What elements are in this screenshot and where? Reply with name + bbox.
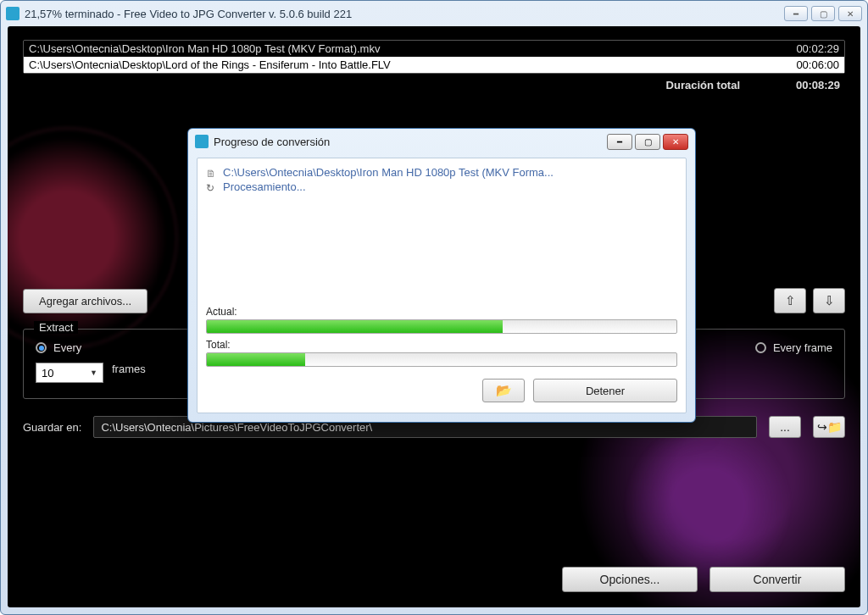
file-path: C:\Users\Ontecnia\Desktop\Iron Man HD 10… [29, 42, 780, 55]
every-value-combo[interactable]: 10 ▼ [36, 363, 103, 383]
file-icon [206, 167, 218, 179]
chevron-down-icon: ▼ [90, 368, 97, 377]
radio-every-frame-label: Every frame [773, 341, 832, 354]
move-down-button[interactable]: ⇩ [813, 288, 845, 313]
dialog-title: Progreso de conversión [214, 136, 607, 148]
app-icon [6, 7, 19, 20]
radio-every[interactable] [36, 342, 47, 353]
add-files-button[interactable]: Agregar archivos... [23, 289, 147, 313]
stop-button[interactable]: Detener [533, 379, 677, 402]
convert-button[interactable]: Convertir [709, 567, 845, 592]
log-file-path: C:\Users\Ontecnia\Desktop\Iron Man HD 10… [223, 166, 554, 179]
log-status: Procesamiento... [223, 180, 306, 193]
radio-every-label: Every [53, 341, 81, 354]
total-label: Total: [206, 339, 677, 351]
radio-every-frame[interactable] [755, 342, 766, 353]
total-label: Duración total [28, 79, 781, 91]
actual-label: Actual: [206, 306, 677, 318]
progress-dialog: Progreso de conversión ━ ▢ ✕ C:\Users\On… [187, 128, 696, 423]
file-duration: 00:06:00 [780, 58, 839, 71]
file-path: C:\Users\Ontecnia\Desktop\Lord of the Ri… [29, 58, 780, 71]
browse-button[interactable]: ... [769, 416, 801, 438]
close-button[interactable]: ✕ [838, 6, 862, 21]
window-title: 21,57% terminado - Free Video to JPG Con… [25, 8, 784, 20]
total-duration-row: Duración total 00:08:29 [23, 77, 845, 93]
file-list[interactable]: C:\Users\Ontecnia\Desktop\Iron Man HD 10… [23, 40, 845, 74]
maximize-button[interactable]: ▢ [811, 6, 835, 21]
open-output-folder-button[interactable]: ↪📁 [813, 416, 845, 438]
options-button[interactable]: Opciones... [562, 567, 698, 592]
minimize-button[interactable]: ━ [784, 6, 808, 21]
main-window: 21,57% terminado - Free Video to JPG Con… [0, 0, 868, 615]
file-duration: 00:02:29 [780, 42, 839, 55]
processing-icon [206, 181, 218, 193]
total-value: 00:08:29 [781, 79, 840, 91]
open-folder-button[interactable]: 📂 [482, 379, 525, 402]
every-value: 10 [42, 367, 53, 380]
progress-log: C:\Users\Ontecnia\Desktop\Iron Man HD 10… [206, 165, 677, 301]
dialog-app-icon [195, 135, 209, 148]
dialog-maximize-button[interactable]: ▢ [635, 134, 660, 150]
file-row[interactable]: C:\Users\Ontecnia\Desktop\Iron Man HD 10… [24, 41, 844, 57]
total-progress-bar [206, 352, 677, 367]
dialog-titlebar[interactable]: Progreso de conversión ━ ▢ ✕ [188, 129, 695, 154]
save-label: Guardar en: [23, 421, 81, 434]
dialog-minimize-button[interactable]: ━ [607, 134, 632, 150]
frames-suffix: frames [112, 363, 146, 375]
actual-progress-bar [206, 319, 677, 334]
extract-legend: Extract [34, 321, 78, 334]
main-titlebar[interactable]: 21,57% terminado - Free Video to JPG Con… [1, 1, 867, 26]
file-row[interactable]: C:\Users\Ontecnia\Desktop\Lord of the Ri… [24, 57, 844, 73]
move-up-button[interactable]: ⇧ [774, 288, 806, 313]
dialog-close-button[interactable]: ✕ [663, 134, 688, 150]
